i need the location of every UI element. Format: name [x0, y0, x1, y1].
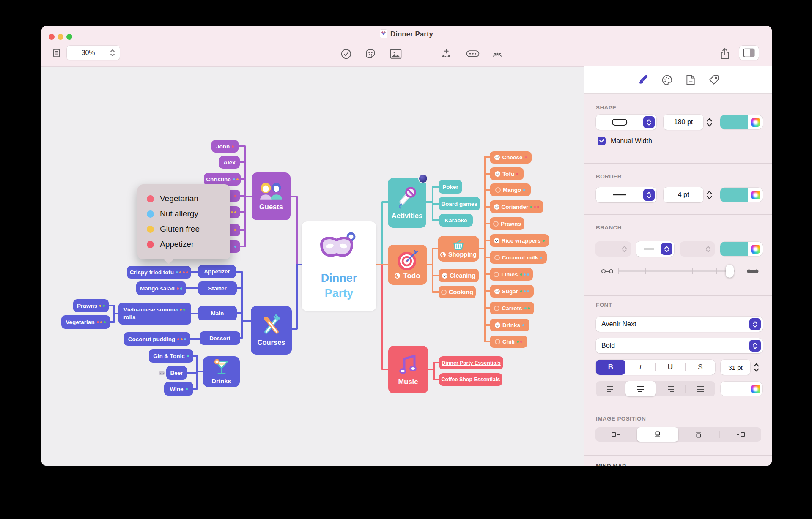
node-poker[interactable]: Poker [439, 180, 462, 194]
task-unchecked-icon[interactable] [493, 221, 499, 227]
color-picker-button[interactable] [749, 385, 762, 393]
color-picker-button[interactable] [748, 118, 763, 127]
node-badge[interactable] [419, 175, 427, 183]
manual-width-row[interactable]: Manual Width [598, 137, 652, 145]
italic-button[interactable]: I [625, 360, 655, 375]
node-item-prawns[interactable]: Prawns [490, 217, 524, 230]
node-gin-tonic[interactable]: Gin & Tonic [149, 349, 193, 363]
node-item-limes[interactable]: Limes [490, 268, 533, 281]
task-checked-icon[interactable] [494, 238, 499, 243]
task-unchecked-icon[interactable] [441, 290, 447, 295]
playlist-link[interactable]: Coffee Shop Essentials [442, 377, 500, 382]
node-course-dessert[interactable]: Dessert [200, 331, 240, 345]
align-justify-button[interactable] [686, 381, 715, 396]
node-item-mango[interactable]: Mango [490, 183, 531, 196]
tab-document[interactable] [686, 74, 696, 85]
align-center-button[interactable] [625, 381, 655, 396]
fold-nodes-button[interactable] [491, 47, 504, 60]
node-vegetarian[interactable]: Vegetarian [61, 315, 110, 329]
border-color-well[interactable] [720, 188, 763, 202]
tags-button[interactable] [466, 47, 480, 60]
node-dish-coconut-pudding[interactable]: Coconut pudding [124, 332, 190, 346]
task-checked-icon[interactable] [442, 273, 447, 279]
node-course-main[interactable]: Main [198, 306, 237, 320]
node-drinks[interactable]: Drinks [203, 356, 240, 387]
node-item-rice-wrappers[interactable]: Rice wrappers [490, 234, 549, 247]
legend-item[interactable]: Vegetarian [147, 191, 230, 206]
slider-thumb[interactable] [726, 265, 734, 278]
node-item-sugar[interactable]: Sugar [490, 285, 534, 298]
node-karaoke[interactable]: Karaoke [439, 214, 473, 227]
node-prawns[interactable]: Prawns [73, 299, 109, 312]
node-item-coriander[interactable]: Coriander [490, 200, 543, 213]
text-color-well[interactable] [721, 382, 762, 396]
tab-style[interactable] [638, 74, 649, 85]
note-chip[interactable] [159, 371, 165, 375]
node-todo[interactable]: Todo [388, 245, 427, 285]
font-family-dropdown[interactable]: Avenir Next [596, 317, 763, 332]
node-board-games[interactable]: Board games [439, 197, 480, 210]
share-button[interactable] [719, 47, 731, 60]
font-size-stepper[interactable] [753, 360, 760, 375]
node-item-drinks[interactable]: Drinks [490, 319, 529, 331]
image-right-button[interactable] [720, 427, 761, 442]
legend-item[interactable]: Nut allergy [147, 206, 230, 221]
manual-width-checkbox[interactable] [598, 137, 606, 145]
task-checked-icon[interactable] [495, 322, 500, 328]
task-unchecked-icon[interactable] [495, 187, 501, 193]
node-dish-summer-rolls[interactable]: Vietnamese summer rolls [118, 303, 191, 325]
border-style-dropdown[interactable] [596, 187, 656, 202]
zoom-stepper-icon[interactable] [110, 48, 115, 57]
image-button[interactable] [389, 47, 403, 60]
node-item-carrots[interactable]: Carrots [490, 302, 534, 314]
mindmap-canvas[interactable]: Dinner Party John Alex Christine [41, 67, 584, 466]
node-course-appetizer[interactable]: Appetizer [198, 265, 236, 278]
font-style-dropdown[interactable]: Bold [596, 338, 763, 353]
strikethrough-button[interactable]: S [686, 360, 715, 375]
node-beer[interactable]: Beer [166, 366, 187, 380]
task-button[interactable] [340, 47, 352, 60]
color-picker-button[interactable] [748, 245, 763, 254]
align-right-button[interactable] [656, 381, 685, 396]
node-playlist-dinner-party-essentials[interactable]: Dinner Party Essentials [439, 356, 503, 369]
shape-style-dropdown[interactable] [596, 115, 656, 130]
node-music[interactable]: Music [388, 346, 428, 393]
shape-fill-color-well[interactable] [720, 115, 763, 129]
font-size-field[interactable]: 31 pt [721, 360, 750, 375]
node-guest-christine[interactable]: Christine [204, 173, 241, 186]
border-width-stepper[interactable] [706, 187, 713, 202]
shape-width-field[interactable]: 180 pt [664, 115, 703, 130]
image-bottom-button[interactable] [637, 427, 678, 442]
node-guests[interactable]: Guests [252, 172, 291, 220]
shape-width-stepper[interactable] [706, 115, 713, 130]
border-width-field[interactable]: 4 pt [664, 187, 703, 202]
branch-style-dropdown[interactable] [636, 241, 674, 257]
underline-button[interactable]: U [656, 360, 685, 375]
node-item-tofu[interactable]: Tofu [490, 167, 524, 180]
add-connection-button[interactable] [440, 47, 453, 60]
task-unchecked-icon[interactable] [495, 339, 500, 344]
task-checked-icon[interactable] [494, 155, 500, 160]
zoom-level-control[interactable]: 30% [67, 46, 120, 60]
node-course-starter[interactable]: Starter [198, 281, 237, 295]
node-dish-mango-salad[interactable]: Mango salad [136, 281, 186, 295]
task-checked-icon[interactable] [495, 171, 500, 177]
color-picker-button[interactable] [748, 191, 763, 199]
task-unchecked-icon[interactable] [494, 306, 499, 311]
task-unchecked-icon[interactable] [494, 255, 500, 260]
node-shopping[interactable]: Shopping [438, 236, 479, 262]
task-unchecked-icon[interactable] [494, 272, 499, 277]
node-cooking[interactable]: Cooking [439, 286, 476, 298]
central-node-dinner-party[interactable]: Dinner Party [302, 221, 376, 311]
node-item-chili[interactable]: Chili [490, 336, 527, 348]
branch-width-slider[interactable] [618, 270, 735, 272]
node-wine[interactable]: Wine [164, 382, 193, 396]
task-checked-icon[interactable] [494, 204, 499, 210]
task-checked-icon[interactable] [494, 289, 500, 294]
align-left-button[interactable] [596, 381, 625, 396]
node-guest-john[interactable]: John [211, 140, 239, 153]
tab-color[interactable] [661, 74, 673, 86]
node-item-cheese[interactable]: Cheese [490, 151, 532, 164]
sticker-button[interactable] [364, 47, 377, 60]
bold-button[interactable]: B [596, 360, 625, 375]
